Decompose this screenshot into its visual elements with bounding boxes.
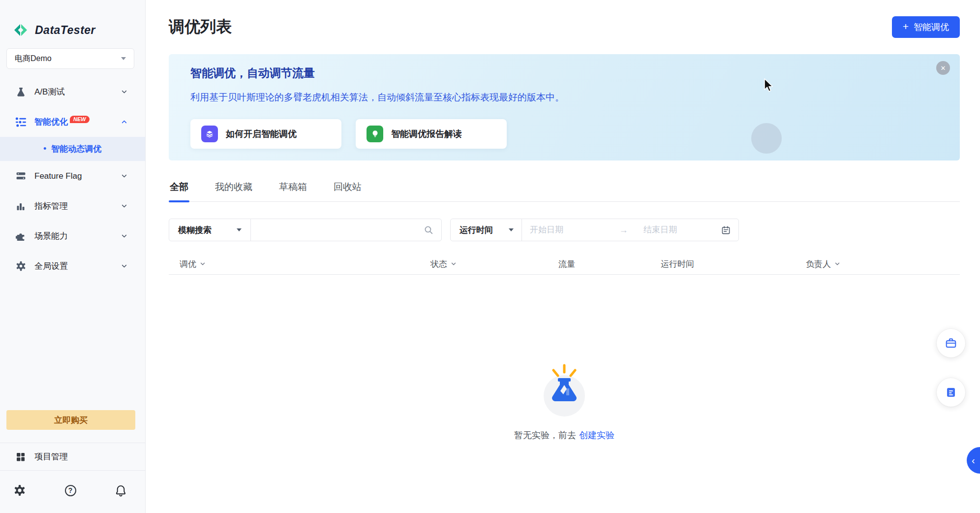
sidebar-bottom: 立即购买 项目管理 — [0, 410, 145, 513]
search-input[interactable] — [251, 219, 424, 241]
toolbox-float-button[interactable] — [937, 329, 965, 357]
sidebar-item-label: 指标管理 — [34, 200, 121, 212]
column-label: 运行时间 — [661, 258, 694, 270]
empty-message: 暂无实验，前去创建实验 — [514, 429, 614, 441]
sidebar-item-label: A/B测试 — [34, 86, 121, 97]
tab-all[interactable]: 全部 — [169, 180, 189, 201]
sidebar-item-smart-optimization[interactable]: 智能优化NEW — [0, 107, 145, 137]
chevron-down-icon — [121, 173, 127, 179]
banner-link-label: 如何开启智能调优 — [226, 128, 297, 140]
brand-logo: DataTester — [0, 0, 145, 41]
project-selector-value: 电商Demo — [15, 54, 52, 64]
create-tuning-button[interactable]: + 智能调优 — [892, 16, 960, 38]
settings-gear-icon[interactable] — [14, 484, 26, 496]
chevron-up-icon — [121, 119, 127, 125]
report-guide-card[interactable]: 智能调优报告解读 — [356, 119, 507, 149]
list-tabs: 全部 我的收藏 草稿箱 回收站 — [169, 180, 960, 202]
chevron-down-icon — [237, 228, 242, 231]
end-date-input[interactable] — [643, 225, 717, 235]
new-badge: NEW — [70, 116, 90, 123]
empty-flask-icon — [534, 358, 594, 419]
column-header-owner[interactable]: 负责人 — [806, 258, 960, 270]
search-type-value: 模糊搜索 — [178, 224, 212, 236]
layers-icon — [201, 126, 218, 142]
column-header-runtime: 运行时间 — [661, 258, 806, 270]
search-type-dropdown[interactable]: 模糊搜索 — [169, 219, 251, 241]
buy-now-button[interactable]: 立即购买 — [6, 410, 135, 430]
app-root: DataTester 电商Demo A/B测试 — [0, 0, 980, 513]
lightbulb-icon — [367, 126, 383, 142]
sidebar-subitem-label: 智能动态调优 — [51, 143, 101, 155]
calendar-icon[interactable] — [721, 225, 731, 235]
sidebar-item-label: 全局设置 — [34, 260, 121, 272]
sidebar-nav: A/B测试 智能优化NEW • — [0, 77, 145, 281]
question-glyph: ? — [68, 486, 73, 494]
sidebar-item-label: Feature Flag — [34, 171, 121, 181]
main-content: 调优列表 + 智能调优 智能调优，自动调节流量 利用基于贝叶斯理论的多臂老虎机相… — [146, 0, 980, 513]
filter-bar: 模糊搜索 运行时间 → — [169, 219, 960, 241]
sidebar-item-label: 项目管理 — [34, 451, 68, 462]
sidebar-item-feature-flag[interactable]: Feature Flag — [0, 161, 145, 191]
promo-banner: 智能调优，自动调节流量 利用基于贝叶斯理论的多臂老虎机相关算法，自动倾斜流量至核… — [169, 54, 960, 160]
tab-favorites[interactable]: 我的收藏 — [214, 180, 253, 201]
date-range-inputs[interactable]: → — [522, 225, 738, 235]
chevron-down-icon — [121, 89, 127, 95]
create-tuning-label: 智能调优 — [914, 21, 949, 33]
chevron-down-icon — [121, 203, 127, 209]
tab-recycle-bin[interactable]: 回收站 — [333, 180, 363, 201]
banner-links: 如何开启智能调优 智能调优报告解读 — [190, 119, 938, 149]
brand-name: DataTester — [35, 24, 95, 37]
page-title: 调优列表 — [169, 16, 232, 38]
sidebar-item-label: 智能优化NEW — [34, 116, 121, 128]
project-selector[interactable]: 电商Demo — [6, 48, 134, 69]
sidebar-footer-icons: ? — [0, 471, 145, 513]
chevron-down-icon — [121, 263, 127, 269]
search-control: 模糊搜索 — [169, 219, 442, 241]
datatester-logo-icon — [12, 23, 29, 37]
chevron-down-icon — [509, 228, 514, 231]
banner-close-icon[interactable]: ✕ — [936, 61, 950, 75]
puzzle-icon — [15, 231, 27, 241]
empty-state: 暂无实验，前去创建实验 — [169, 358, 960, 441]
document-icon — [945, 386, 957, 398]
sidebar-item-global-settings[interactable]: 全局设置 — [0, 251, 145, 281]
briefcase-icon — [945, 337, 957, 350]
date-range-control: 运行时间 → — [450, 219, 739, 241]
notification-bell-icon[interactable] — [115, 484, 126, 497]
banner-description: 利用基于贝叶斯理论的多臂老虎机相关算法，自动倾斜流量至核心指标表现最好的版本中。 — [190, 91, 938, 104]
tab-drafts[interactable]: 草稿箱 — [278, 180, 308, 201]
gear-icon — [15, 261, 27, 271]
time-field-dropdown[interactable]: 运行时间 — [451, 219, 522, 241]
sidebar-item-metrics[interactable]: 指标管理 — [0, 191, 145, 221]
sidebar-item-project-management[interactable]: 项目管理 — [0, 443, 145, 470]
column-label: 负责人 — [806, 258, 831, 270]
column-header-status[interactable]: 状态 — [430, 258, 558, 270]
column-header-tuning[interactable]: 调优 — [180, 258, 430, 270]
chevron-down-icon — [834, 261, 840, 267]
time-field-value: 运行时间 — [459, 224, 493, 236]
sidebar-item-ab-test[interactable]: A/B测试 — [0, 77, 145, 107]
grid-icon — [15, 452, 27, 462]
plus-icon: + — [903, 21, 909, 32]
chevron-down-icon — [121, 233, 127, 239]
column-label: 调优 — [180, 258, 196, 270]
docs-float-button[interactable] — [937, 378, 965, 407]
smart-optimization-icon — [15, 117, 27, 128]
close-glyph: ✕ — [941, 64, 946, 72]
chevron-down-icon — [121, 57, 126, 60]
start-date-input[interactable] — [530, 225, 604, 235]
search-icon[interactable] — [424, 225, 433, 235]
feature-flag-icon — [15, 171, 27, 181]
sidebar-subitem-smart-dynamic-tuning[interactable]: • 智能动态调优 — [0, 137, 145, 161]
bar-chart-icon — [15, 201, 27, 211]
sidebar: DataTester 电商Demo A/B测试 — [0, 0, 146, 513]
banner-title: 智能调优，自动调节流量 — [190, 65, 938, 81]
help-icon[interactable]: ? — [65, 485, 76, 496]
sidebar-item-scenario[interactable]: 场景能力 — [0, 221, 145, 251]
column-header-traffic: 流量 — [558, 258, 661, 270]
create-experiment-link[interactable]: 创建实验 — [579, 430, 614, 440]
cursor-halo — [751, 123, 782, 154]
chevron-down-icon — [200, 261, 206, 267]
chevron-down-icon — [451, 261, 457, 267]
how-to-enable-card[interactable]: 如何开启智能调优 — [190, 119, 341, 149]
